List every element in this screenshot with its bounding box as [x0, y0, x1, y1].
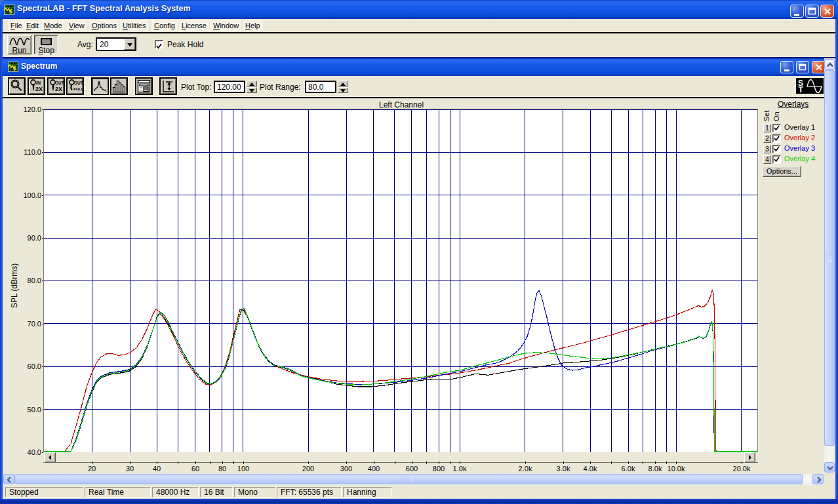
svg-text:FULL: FULL: [73, 87, 83, 91]
svg-text:OUT: OUT: [74, 81, 83, 85]
svg-text:2X: 2X: [55, 86, 62, 92]
svg-text:IN: IN: [36, 81, 41, 85]
svg-text:2X: 2X: [35, 86, 43, 92]
svg-text:T: T: [799, 85, 804, 94]
svg-text:OUT: OUT: [55, 81, 64, 85]
